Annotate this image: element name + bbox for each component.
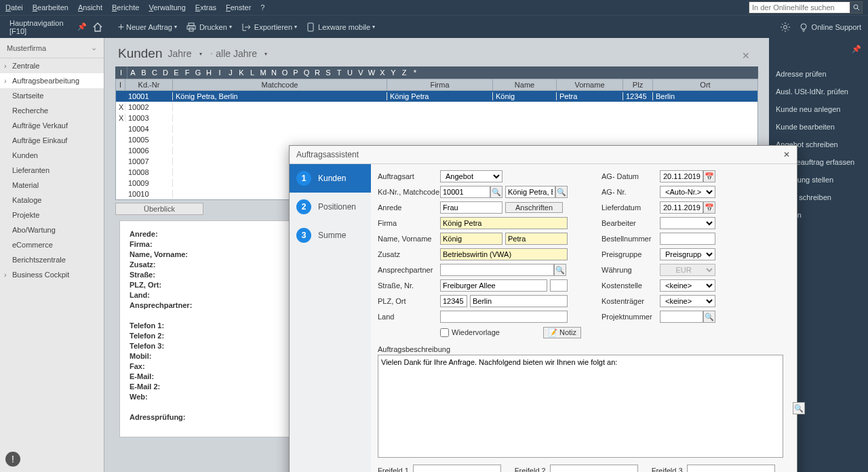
hausnr-input[interactable] <box>550 279 568 292</box>
letter-S[interactable]: S <box>323 66 334 79</box>
sidebar-item-auftraege-einkauf[interactable]: Aufträge Einkauf <box>0 133 104 148</box>
sidebar-item-projekte[interactable]: Projekte <box>0 208 104 222</box>
col-kdnr[interactable]: Kd.-Nr <box>125 79 173 90</box>
letter-D[interactable]: D <box>160 66 171 79</box>
sidebar-item-auftraege-verkauf[interactable]: Aufträge Verkauf <box>0 118 104 133</box>
anschriften-button[interactable]: Anschriften <box>505 202 563 213</box>
letter-B[interactable]: B <box>138 66 149 79</box>
help-search-input[interactable] <box>749 1 850 14</box>
strasse-input[interactable] <box>440 279 547 292</box>
table-row[interactable]: 10004 <box>116 123 757 134</box>
kostentrg-select[interactable]: <keine> <box>660 295 715 307</box>
mobile-button[interactable]: Lexware mobile▾ <box>307 22 375 32</box>
new-order-button[interactable]: ＋Neuer Auftrag▾ <box>116 20 177 33</box>
step-summe[interactable]: 3Summe <box>290 221 371 250</box>
action-adresse-pruefen[interactable]: Adresse prüfen <box>776 65 861 83</box>
sidebar-item-abo[interactable]: Abo/Wartung <box>0 222 104 237</box>
action-kunde-bearbeiten[interactable]: Kunde bearbeiten <box>776 118 861 136</box>
sidebar-item-recherche[interactable]: Recherche <box>0 103 104 118</box>
menu-ansicht[interactable]: Ansicht <box>78 3 102 12</box>
col-matchcode[interactable]: Matchcode <box>173 79 387 90</box>
auftragsart-select[interactable]: Angebot <box>440 170 502 182</box>
preisgruppe-select[interactable]: Preisgruppe 1 <box>660 248 715 260</box>
ansprech-lookup-button[interactable]: 🔍 <box>554 264 566 276</box>
letter-V[interactable]: V <box>355 66 366 79</box>
letter-L[interactable]: L <box>247 66 258 79</box>
alert-icon[interactable]: ! <box>5 452 20 467</box>
bestellnr-input[interactable] <box>660 233 715 245</box>
letter-W[interactable]: W <box>366 66 377 79</box>
ff3-input[interactable] <box>687 465 775 472</box>
sidebar-company[interactable]: Musterfirma⌄ <box>0 38 104 58</box>
step-kunden[interactable]: 1Kunden <box>290 164 371 193</box>
support-button[interactable]: Online Support <box>799 22 861 32</box>
year-select[interactable]: alle Jahre <box>216 48 257 59</box>
kdnr-input[interactable] <box>440 186 490 198</box>
kdnr-lookup-button[interactable]: 🔍 <box>490 186 502 198</box>
letter-R[interactable]: R <box>312 66 323 79</box>
matchcode-input[interactable] <box>505 186 555 198</box>
col-ort[interactable]: Ort <box>653 79 757 90</box>
menu-help[interactable]: ? <box>260 3 264 12</box>
sidebar-item-lieferanten[interactable]: Lieferanten <box>0 163 104 178</box>
menu-berichte[interactable]: Berichte <box>112 3 139 12</box>
ort-input[interactable] <box>470 295 568 307</box>
projektnr-input[interactable] <box>660 311 703 323</box>
letter-J[interactable]: J <box>225 66 236 79</box>
menu-fenster[interactable]: Fenster <box>226 3 251 12</box>
letter-Q[interactable]: Q <box>301 66 312 79</box>
beschreibung-textarea[interactable] <box>378 355 783 458</box>
letter-M[interactable]: M <box>258 66 269 79</box>
sidebar-item-auftragsbearbeitung[interactable]: Auftragsbearbeitung <box>0 73 104 88</box>
land-input[interactable] <box>440 311 568 323</box>
table-row[interactable]: 10001König Petra, BerlinKönig PetraKönig… <box>116 91 757 102</box>
table-row[interactable]: X10002 <box>116 102 757 113</box>
menu-bearbeiten[interactable]: Bearbeiten <box>33 3 68 12</box>
letter-T[interactable]: T <box>334 66 344 79</box>
letter-I[interactable]: I <box>115 66 127 79</box>
letter-Z[interactable]: Z <box>399 66 410 79</box>
ansprech-input[interactable] <box>440 264 554 276</box>
projektnr-lookup-button[interactable]: 🔍 <box>703 311 715 323</box>
firma-input[interactable] <box>440 217 568 229</box>
agdatum-input[interactable] <box>660 170 703 182</box>
sidebar-item-startseite[interactable]: Startseite <box>0 88 104 103</box>
action-ustid-pruefen[interactable]: Ausl. USt-IdNr. prüfen <box>776 83 861 100</box>
overview-tab[interactable]: Überblick <box>115 203 203 215</box>
anrede-input[interactable] <box>440 201 502 214</box>
menu-verwaltung[interactable]: Verwaltung <box>149 3 185 12</box>
chevron-down-icon[interactable]: ▾ <box>264 51 267 57</box>
letter-P[interactable]: P <box>290 66 301 79</box>
letter-I[interactable]: I <box>214 66 225 79</box>
lieferdatum-input[interactable] <box>660 201 703 214</box>
col-i[interactable]: I <box>116 79 125 90</box>
letter-G[interactable]: G <box>193 66 203 79</box>
ff1-input[interactable] <box>413 465 501 472</box>
col-plz[interactable]: Plz <box>623 79 653 90</box>
lieferdatum-cal-button[interactable]: 📅 <box>703 201 715 214</box>
col-vorname[interactable]: Vorname <box>557 79 623 90</box>
menu-datei[interactable]: Datei <box>5 3 23 12</box>
agnr-select[interactable]: <Auto-Nr.> <box>660 186 715 198</box>
print-button[interactable]: Drucken▾ <box>186 22 232 32</box>
pin-icon[interactable]: 📌 <box>852 45 861 54</box>
step-positionen[interactable]: 2Positionen <box>290 193 371 221</box>
letter-C[interactable]: C <box>149 66 160 79</box>
help-search-button[interactable] <box>850 1 863 14</box>
letter-H[interactable]: H <box>203 66 214 79</box>
beschr-lookup-button[interactable]: 🔍 <box>793 402 805 414</box>
sidebar-item-ecommerce[interactable]: eCommerce <box>0 237 104 252</box>
letter-N[interactable]: N <box>269 66 279 79</box>
menu-extras[interactable]: Extras <box>195 3 216 12</box>
bearbeiter-select[interactable] <box>660 217 715 229</box>
table-row[interactable]: 10005 <box>116 134 757 145</box>
ff2-input[interactable] <box>550 465 638 472</box>
letter-X[interactable]: X <box>377 66 388 79</box>
close-view-button[interactable]: ✕ <box>742 50 750 61</box>
letter-F[interactable]: F <box>182 66 193 79</box>
settings-button[interactable] <box>780 22 791 33</box>
zusatz-input[interactable] <box>440 248 568 260</box>
letter-K[interactable]: K <box>236 66 247 79</box>
sidebar-item-business-cockpit[interactable]: Business Cockpit <box>0 267 104 282</box>
letter-Y[interactable]: Y <box>388 66 399 79</box>
